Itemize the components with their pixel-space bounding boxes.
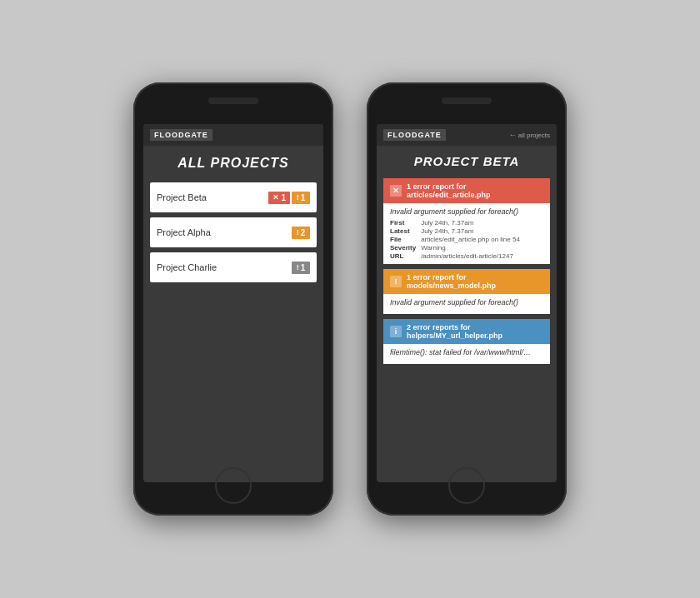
projects-list: Project Beta ✕ 1 ! 1 Project Alp	[143, 179, 323, 286]
error-header-text-1: 1 error report for articles/edit_article…	[407, 182, 543, 199]
notice-icon-charlie: !	[297, 263, 299, 272]
project-badges-charlie: ! 1	[292, 262, 310, 274]
first-label: First	[390, 219, 416, 227]
error-header-3[interactable]: i 2 error reports for helpers/MY_url_hel…	[383, 319, 550, 344]
phone-1-screen: FLOODGATE ALL PROJECTS Project Beta ✕ 1 …	[143, 124, 323, 482]
error-icon-box-3: i	[390, 326, 402, 337]
file-label: File	[390, 236, 416, 243]
error-icon-2: !	[395, 277, 398, 286]
warning-count-beta: 1	[301, 193, 306, 202]
error-icon-box-2: !	[390, 276, 402, 287]
error-details-1: First July 24th, 7.37am Latest July 24th…	[390, 219, 543, 260]
phone-1-content: ALL PROJECTS Project Beta ✕ 1 ! 1	[143, 146, 323, 482]
error-header-2[interactable]: ! 1 error report for models/news_model.p…	[383, 269, 550, 294]
project-name-charlie: Project Charlie	[157, 262, 217, 272]
phone-2-screen: FLOODGATE ← all projects PROJECT BETA ✕ …	[377, 124, 557, 482]
notice-count-charlie: 1	[301, 263, 306, 272]
project-badges-beta: ✕ 1 ! 1	[268, 192, 310, 204]
all-projects-title: ALL PROJECTS	[143, 146, 323, 179]
file-value: articles/edit_article.php on line 54	[421, 236, 543, 243]
error-body-1: Invalid argument supplied for foreach() …	[383, 203, 550, 264]
error-groups: ✕ 1 error report for articles/edit_artic…	[377, 175, 557, 367]
warning-icon-alpha: !	[297, 228, 299, 237]
url-value: /admin/articles/edit-article/1247	[421, 252, 543, 260]
error-group-2: ! 1 error report for models/news_model.p…	[383, 269, 550, 314]
phone-2-content: PROJECT BETA ✕ 1 error report for articl…	[377, 146, 557, 482]
project-name-alpha: Project Alpha	[157, 227, 211, 237]
phone-1-header: FLOODGATE	[143, 124, 323, 146]
badge-warning-alpha: ! 2	[292, 227, 310, 239]
error-header-text-3: 2 error reports for helpers/MY_url_helpe…	[407, 323, 543, 340]
logo-2: FLOODGATE	[383, 129, 446, 141]
back-label: all projects	[518, 132, 550, 139]
latest-label: Latest	[390, 227, 416, 235]
warning-count-alpha: 2	[301, 228, 306, 237]
project-item-alpha[interactable]: Project Alpha ! 2	[150, 217, 317, 247]
severity-label: Severity	[390, 244, 416, 252]
error-body-3: filemtime(): stat failed for /var/www/ht…	[383, 344, 550, 364]
error-message-3: filemtime(): stat failed for /var/www/ht…	[390, 348, 532, 356]
back-arrow-icon: ←	[509, 131, 517, 139]
back-button[interactable]: ← all projects	[509, 131, 550, 139]
url-label: URL	[390, 252, 416, 260]
project-badges-alpha: ! 2	[292, 227, 310, 239]
badge-error-beta: ✕ 1	[268, 192, 290, 204]
error-header-1[interactable]: ✕ 1 error report for articles/edit_artic…	[383, 178, 550, 203]
latest-value: July 24th, 7.37am	[421, 227, 543, 235]
error-message-2: Invalid argument supplied for foreach()	[390, 298, 543, 306]
badge-notice-charlie: ! 1	[292, 262, 310, 274]
error-message-1: Invalid argument supplied for foreach()	[390, 207, 543, 216]
first-value: July 24th, 7.37am	[421, 219, 543, 227]
severity-value: Warning	[421, 244, 543, 252]
error-group-3: i 2 error reports for helpers/MY_url_hel…	[383, 319, 550, 364]
badge-warning-beta: ! 1	[292, 192, 310, 204]
error-count-beta: 1	[281, 193, 286, 202]
logo-1: FLOODGATE	[150, 129, 212, 141]
phone-2-header: FLOODGATE ← all projects	[377, 124, 557, 146]
project-beta-title: PROJECT BETA	[377, 146, 557, 175]
project-item-charlie[interactable]: Project Charlie ! 1	[150, 252, 317, 282]
warning-icon-beta: !	[297, 193, 299, 202]
project-item-beta[interactable]: Project Beta ✕ 1 ! 1	[150, 182, 317, 212]
error-icon-1: ✕	[392, 187, 399, 195]
error-icon-beta: ✕	[272, 193, 279, 202]
error-body-2: Invalid argument supplied for foreach()	[383, 294, 550, 314]
error-icon-box-1: ✕	[390, 185, 402, 197]
error-header-text-2: 1 error report for models/news_model.php	[407, 273, 543, 290]
phone-2: FLOODGATE ← all projects PROJECT BETA ✕ …	[367, 82, 567, 516]
error-icon-3: i	[395, 327, 398, 336]
project-name-beta: Project Beta	[157, 192, 207, 202]
phone-1: FLOODGATE ALL PROJECTS Project Beta ✕ 1 …	[133, 82, 333, 516]
error-group-1: ✕ 1 error report for articles/edit_artic…	[383, 178, 550, 264]
